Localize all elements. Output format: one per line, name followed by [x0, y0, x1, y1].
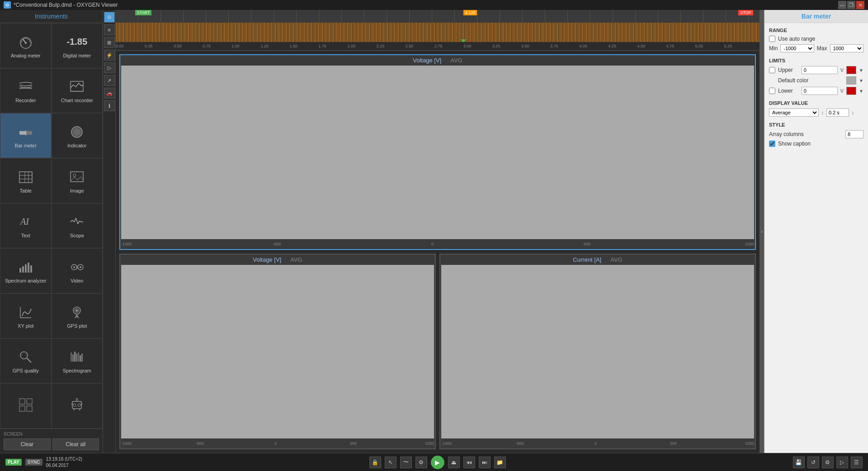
sidebar-item-gps-plot[interactable]: GPS plot [52, 293, 103, 339]
show-caption-checkbox[interactable] [769, 141, 775, 147]
upper-color-dropdown[interactable]: ▼ [859, 68, 863, 73]
bl-ruler-l1000: -1000 [121, 441, 132, 446]
eject-button[interactable]: ⏏ [448, 457, 460, 468]
sidebar-item-indicator[interactable]: Indicator [52, 113, 103, 158]
close-button[interactable]: ✕ [856, 1, 864, 9]
right-panel-collapse-tab[interactable]: › [760, 10, 764, 453]
position-marker: 4.120 [463, 10, 477, 15]
sidebar-item-gps-quality[interactable]: GPS quality [0, 339, 52, 384]
playhead[interactable] [461, 39, 466, 42]
sidebar-item-extra2[interactable] [52, 383, 103, 429]
export-button[interactable]: ▷ [836, 457, 848, 468]
svg-text:AI: AI [19, 217, 29, 226]
sidebar-item-chart-recorder[interactable]: Chart recorder [52, 68, 103, 113]
timeline-waveform[interactable] [116, 23, 760, 42]
min-select[interactable]: -1000 [780, 44, 814, 52]
sidebar-item-image[interactable]: Image [52, 158, 103, 203]
sidebar-item-spectrum-analyzer[interactable]: Spectrum analyzer [0, 248, 52, 293]
play-button[interactable]: ▶ [431, 456, 444, 469]
forward-button[interactable]: ⏭ [479, 457, 491, 468]
ruler-mark-175: 1.75 [319, 44, 327, 48]
default-color-dropdown[interactable]: ▼ [859, 78, 863, 83]
bottom-left-chart-body[interactable] [121, 265, 434, 438]
bottom-right-chart-body[interactable] [441, 265, 754, 438]
default-color-label: Default color [769, 77, 844, 84]
svg-rect-44 [81, 353, 83, 362]
vt-info-button[interactable]: ℹ [104, 100, 115, 111]
auto-range-checkbox[interactable] [769, 36, 775, 42]
lower-color-box[interactable] [846, 87, 856, 95]
upper-limit-row: Upper V ▼ [769, 66, 863, 74]
vt-layers-button[interactable]: ⊞ [104, 37, 115, 48]
sidebar-item-digital-meter[interactable]: -1.85 Digital meter [52, 23, 103, 68]
array-columns-input[interactable] [845, 130, 863, 138]
settings2-button[interactable]: ⚙ [415, 457, 427, 468]
title-bar: O *Conventional Bulp.dmd - OXYGEN Viewer… [0, 0, 868, 10]
vt-list-button[interactable]: ≡ [104, 24, 115, 35]
clear-all-button[interactable]: Clear all [52, 438, 99, 450]
display-value-row: Average ↕ ↕ [769, 108, 863, 117]
upper-label: Upper [778, 67, 799, 73]
clear-button[interactable]: Clear [4, 438, 51, 450]
sidebar-item-spectrogram[interactable]: Spectrogram [52, 339, 103, 384]
upper-value-input[interactable] [802, 66, 838, 74]
sidebar-item-xy-plot[interactable]: XY plot [0, 293, 52, 339]
svg-line-37 [26, 354, 27, 355]
display-mode-select[interactable]: Average [769, 108, 819, 117]
bt-center: 🔒 ↖ 〜 ⚙ ▶ ⏏ ⏮ ⏭ 📁 [369, 456, 506, 469]
display-time-input[interactable] [826, 108, 849, 117]
image-icon [68, 168, 86, 186]
vt-arrow-button[interactable]: ▷ [104, 62, 115, 73]
top-ruler-0: 0 [431, 242, 434, 246]
restore-button[interactable]: ❐ [847, 1, 855, 9]
sidebar-item-bar-meter[interactable]: Bar meter [0, 113, 52, 158]
config-button[interactable]: ⚙ [822, 457, 834, 468]
timeline-header[interactable]: START 4.120 STOP [116, 10, 760, 23]
spectrogram-label: Spectrogram [63, 368, 91, 373]
save-button[interactable]: 💾 [793, 457, 805, 468]
bottom-left-chart-mode: AVG [290, 256, 302, 263]
sidebar-item-extra1[interactable] [0, 383, 52, 429]
minimize-button[interactable]: — [838, 1, 846, 9]
vt-signal-button[interactable]: ⚡ [104, 50, 115, 61]
indicator-label: Indicator [67, 143, 86, 148]
top-chart-body[interactable] [121, 66, 754, 239]
menu-button[interactable]: ☰ [851, 457, 863, 468]
svg-rect-21 [28, 263, 29, 273]
lock-button[interactable]: 🔒 [369, 457, 381, 468]
rewind-button[interactable]: ⏮ [463, 457, 475, 468]
screen-footer: SCREEN Clear Clear all [0, 429, 103, 453]
br-ruler-l1000: -1000 [441, 441, 452, 446]
sidebar-item-scope[interactable]: Scope [52, 203, 103, 249]
wave-button[interactable]: 〜 [400, 457, 412, 468]
lower-value-input[interactable] [802, 87, 838, 95]
vt-share-button[interactable]: ↗ [104, 75, 115, 86]
right-panel: Bar meter RANGE Use auto range Min -1000… [764, 10, 868, 453]
vt-settings-button[interactable]: ⚙ [104, 12, 115, 23]
sidebar-item-analog-meter[interactable]: Analog meter [0, 23, 52, 68]
lower-limit-checkbox[interactable] [769, 88, 775, 94]
svg-point-26 [80, 266, 81, 268]
sidebar-item-recorder[interactable]: Recorder [0, 68, 52, 113]
bt-left: PLAY SYNC 13:19:16 (UTC+2) 06.04.2017 [5, 456, 82, 469]
upper-color-box[interactable] [846, 66, 856, 74]
bl-ruler-0: 0 [274, 441, 277, 446]
start-marker: START [135, 10, 152, 15]
ruler-mark-450: 4.50 [637, 44, 645, 48]
upper-limit-checkbox[interactable] [769, 67, 775, 73]
vt-car-button[interactable]: 🚗 [104, 88, 115, 99]
text-icon: AI [17, 213, 35, 231]
svg-rect-39 [72, 354, 74, 362]
cursor-button[interactable]: ↖ [385, 457, 396, 468]
bottom-toolbar: PLAY SYNC 13:19:16 (UTC+2) 06.04.2017 🔒 … [0, 453, 868, 471]
sidebar-item-text[interactable]: AI Text [0, 203, 52, 249]
sidebar-item-table[interactable]: Table [0, 158, 52, 203]
display-value-section-title: DISPLAY VALUE [769, 100, 863, 106]
refresh-button[interactable]: ↺ [807, 457, 819, 468]
folder-button[interactable]: 📁 [494, 457, 506, 468]
ruler-mark-350: 3.50 [521, 44, 529, 48]
lower-color-dropdown[interactable]: ▼ [859, 89, 863, 94]
sidebar-item-video[interactable]: Video [52, 248, 103, 293]
max-select[interactable]: 1000 [830, 44, 863, 52]
default-color-box[interactable] [846, 76, 856, 85]
